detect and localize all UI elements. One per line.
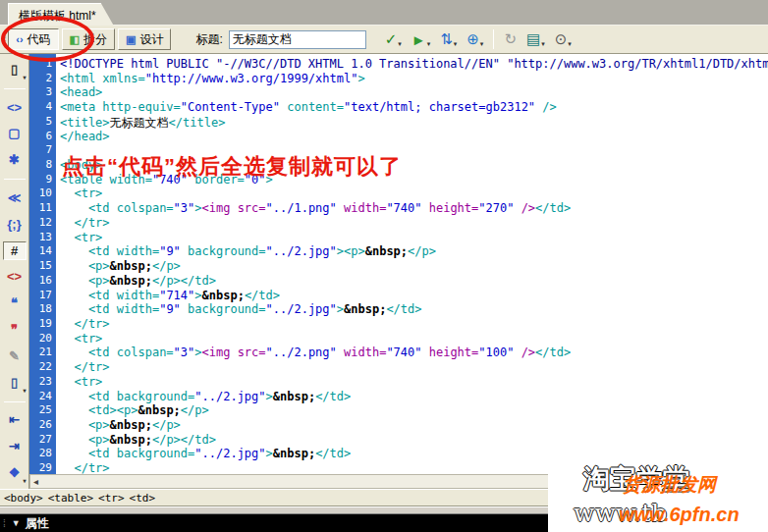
- page-refresh-icon[interactable]: ▯▾: [3, 373, 27, 392]
- design-view-label: 设计: [139, 31, 163, 48]
- code-line: <tr>: [60, 231, 768, 245]
- line-number: 18: [29, 302, 56, 317]
- tag-selector-item[interactable]: <body>: [4, 492, 43, 505]
- line-number: 22: [29, 360, 56, 375]
- code-token: "../2.jpg": [266, 244, 337, 258]
- code-token: "9": [159, 302, 181, 316]
- code-token: "3": [174, 346, 195, 359]
- tag-selector-bar: <body><table><tr><td>: [0, 489, 550, 506]
- hash-grid-icon[interactable]: #: [3, 241, 27, 260]
- preview-browser-globe-icon[interactable]: ⊕▾: [462, 28, 488, 50]
- code-token: content=: [280, 100, 344, 114]
- line-number: 9: [29, 173, 56, 187]
- dropdown-caret-icon[interactable]: ▾: [541, 40, 545, 50]
- code-token: &nbsp;: [110, 259, 152, 273]
- code-token: background=: [181, 244, 266, 258]
- code-token: ><p>: [337, 244, 365, 258]
- tag-chooser-icon[interactable]: <>: [3, 98, 27, 117]
- code-line: </tr>: [60, 216, 768, 231]
- code-line: </head>: [60, 130, 768, 144]
- panel-collapse-caret-icon[interactable]: ▼: [12, 518, 21, 528]
- tag-selector-item[interactable]: <table>: [48, 492, 93, 505]
- code-view[interactable]: 1234567891011121314151617181920212223242…: [29, 54, 768, 474]
- code-token: </p>: [152, 259, 181, 273]
- code-token: <tr>: [60, 186, 102, 200]
- dropdown-caret-icon[interactable]: ▾: [23, 74, 26, 80]
- line-number: 19: [29, 317, 56, 332]
- line-number: 16: [29, 274, 56, 289]
- div-container-icon[interactable]: ▢: [3, 125, 27, 143]
- indent-right-icon[interactable]: ⇥: [3, 437, 27, 455]
- dropdown-caret-icon[interactable]: ▾: [398, 40, 402, 50]
- dropdown-caret-icon[interactable]: ▾: [480, 40, 484, 50]
- design-view-icon: ▣: [126, 33, 136, 46]
- tag-paint-icon[interactable]: ❖▾: [3, 463, 27, 482]
- code-token: <p>: [60, 418, 110, 432]
- code-token: >: [266, 447, 273, 460]
- horizontal-scrollbar[interactable]: ◂: [29, 474, 550, 489]
- line-number: 17: [29, 289, 56, 303]
- separator: [4, 179, 26, 180]
- preview-debug-icon[interactable]: ►▾: [407, 28, 435, 50]
- design-view-button[interactable]: ▣ 设计: [118, 28, 171, 50]
- line-number: 23: [29, 375, 56, 390]
- line-number: 20: [29, 332, 56, 346]
- code-line: <p>&nbsp;</p>: [60, 259, 768, 274]
- code-token: &nbsp;: [110, 274, 152, 288]
- asterisk-tool-icon[interactable]: ✱: [3, 150, 27, 169]
- code-token: </tr>: [60, 317, 110, 331]
- braces-icon[interactable]: {;}: [3, 215, 27, 234]
- code-token: <!DOCTYPE html PUBLIC "-//W3C//DTD XHTML…: [60, 57, 768, 71]
- validate-markup-icon[interactable]: ✓▾: [380, 28, 407, 50]
- code-token: </tr>: [60, 360, 110, 374]
- code-token: <html xmlns=: [60, 72, 145, 85]
- code-token: "740": [386, 346, 421, 359]
- dropdown-caret-icon[interactable]: ▾: [23, 387, 26, 394]
- line-number: 14: [29, 244, 56, 259]
- refresh-icon[interactable]: ↻: [499, 28, 521, 50]
- line-number: 26: [29, 418, 56, 433]
- visual-aids-eye-icon[interactable]: ⊙▾: [550, 28, 576, 50]
- delete-comment-icon[interactable]: ❞: [3, 320, 27, 339]
- scroll-left-arrow-icon[interactable]: ◂: [30, 476, 41, 487]
- code-token: </tr>: [60, 461, 110, 474]
- code-line: <td colspan="3"><img src="../1.png" widt…: [60, 201, 768, 216]
- indent-left-icon[interactable]: ⇤: [3, 411, 27, 430]
- line-number: 4: [29, 100, 56, 115]
- properties-panel-header[interactable]: ⁞ ▼ 属性: [0, 514, 550, 532]
- code-token: <td colspan=: [60, 346, 174, 359]
- code-token: >: [194, 289, 201, 302]
- line-number: 13: [29, 231, 56, 245]
- code-token: 无标题文档: [110, 116, 169, 130]
- code-line: <td background="../2.jpg">&nbsp;</td>: [60, 390, 768, 404]
- line-number: 3: [29, 85, 56, 100]
- script-block-icon[interactable]: ≪: [3, 188, 27, 207]
- dropdown-caret-icon[interactable]: ▾: [454, 40, 458, 50]
- dropdown-caret-icon[interactable]: ▾: [23, 477, 26, 484]
- view-options-icon[interactable]: ▤▾: [521, 28, 550, 50]
- insert-bar: ▯▾<>▢✱≪{;}#<>❝❞✎▯▾⇤⇥❖▾: [0, 54, 29, 490]
- code-token: "270": [478, 201, 514, 215]
- code-token: &nbsp;: [365, 244, 408, 258]
- line-number: 21: [29, 346, 56, 360]
- watermark-orange-url: www.6pfn.cn: [619, 504, 740, 526]
- invalid-code-icon[interactable]: <>: [3, 268, 27, 287]
- code-token: </p>: [181, 403, 209, 417]
- dropdown-caret-icon[interactable]: ▾: [427, 40, 431, 50]
- code-token: >: [194, 346, 201, 359]
- document-title-input[interactable]: [229, 30, 366, 49]
- code-line: <meta http-equiv="Content-Type" content=…: [60, 100, 768, 115]
- file-management-icon[interactable]: ⇅▾: [435, 28, 462, 50]
- code-line: <tr>: [60, 186, 768, 201]
- tag-selector-item[interactable]: <tr>: [98, 492, 125, 505]
- dropdown-caret-icon[interactable]: ▾: [568, 40, 572, 50]
- code-token: "../2.jpg": [194, 390, 265, 403]
- code-token: />: [535, 100, 557, 114]
- edit-pencil-icon[interactable]: ✎: [3, 346, 27, 365]
- comment-icon[interactable]: ❝: [3, 293, 27, 312]
- tag-selector-item[interactable]: <td>: [130, 492, 156, 505]
- code-token: </td>: [535, 201, 571, 215]
- new-document-icon[interactable]: ▯▾: [3, 60, 27, 79]
- code-line: </tr>: [60, 317, 768, 332]
- code-token: <img src=: [202, 346, 266, 359]
